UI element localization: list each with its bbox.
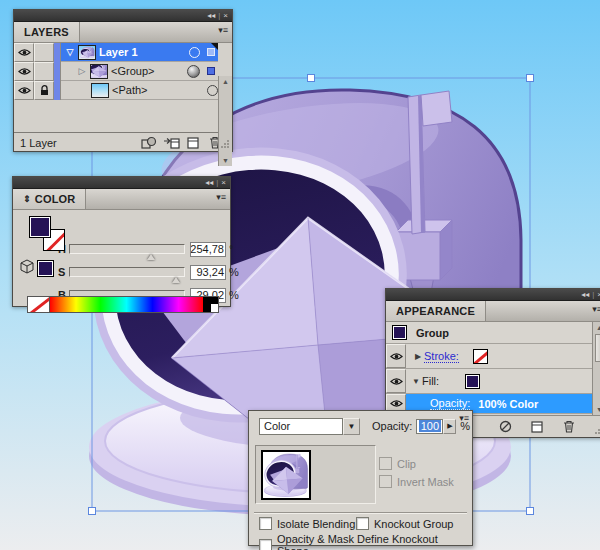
collapse-panel-icon[interactable]: ◂◂ (581, 290, 589, 299)
hue-value-input[interactable]: 254,78 (190, 242, 226, 257)
cycle-color-model-icon[interactable]: ⇕ (23, 194, 31, 204)
visibility-toggle[interactable] (14, 43, 34, 62)
knockout-group-checkbox[interactable] (356, 517, 369, 530)
disclosure-closed-icon[interactable]: ▶ (412, 352, 424, 361)
collapse-panel-icon[interactable]: ◂◂ (205, 178, 213, 187)
out-of-gamut-cube-icon[interactable] (20, 259, 34, 274)
lock-toggle[interactable] (34, 62, 54, 81)
scroll-down-icon[interactable]: ▼ (222, 157, 229, 164)
none-swatch[interactable] (28, 297, 50, 312)
panel-menu-icon[interactable]: ▾≡ (216, 193, 226, 202)
appearance-row-fill[interactable]: ▼ Fill: (386, 369, 600, 394)
disclosure-closed-icon[interactable]: ▷ (77, 66, 87, 76)
opacity-mask-checkbox[interactable] (259, 539, 272, 550)
selection-indicator[interactable] (207, 67, 215, 75)
delete-item-button[interactable] (558, 419, 580, 434)
scroll-down-icon[interactable]: ▼ (596, 406, 600, 413)
saturation-label: S (58, 266, 69, 278)
clip-label: Clip (397, 458, 416, 470)
knockout-group-label: Knockout Group (374, 518, 454, 530)
visibility-toggle[interactable] (14, 81, 34, 100)
layer-thumbnail (78, 45, 96, 60)
tab-layers[interactable]: LAYERS (14, 22, 80, 42)
fill-swatch[interactable] (29, 216, 51, 238)
selection-handle-n[interactable] (308, 75, 315, 82)
saturation-value-input[interactable]: 93,24 (190, 265, 226, 280)
saturation-slider[interactable] (69, 267, 185, 277)
object-thumbnail[interactable] (261, 450, 311, 500)
panel-menu-icon[interactable]: ▾≡ (218, 26, 228, 35)
make-clipping-mask-button[interactable] (138, 135, 160, 150)
black-white-swatch[interactable] (203, 297, 218, 312)
hue-slider-row: H 254,78 ° (58, 240, 233, 258)
slider-marker[interactable] (172, 277, 180, 283)
visibility-toggle[interactable] (386, 369, 406, 393)
lock-toggle[interactable] (34, 81, 54, 100)
spectrum-gradient[interactable] (50, 297, 203, 312)
eye-icon (18, 67, 31, 76)
in-gamut-swatch[interactable] (37, 260, 54, 277)
target-shaded-icon[interactable] (187, 65, 200, 78)
invert-mask-checkbox[interactable] (379, 475, 392, 488)
close-panel-icon[interactable]: × (221, 178, 226, 187)
appearance-row-stroke[interactable]: ▶ Stroke: (386, 344, 600, 369)
tab-color[interactable]: ⇕ COLOR (13, 189, 86, 209)
layer-color-bar (54, 81, 61, 100)
isolate-blending-checkbox[interactable] (259, 517, 272, 530)
panel-menu-icon[interactable]: ▾≡ (592, 305, 600, 314)
layer-name[interactable]: Layer 1 (99, 46, 138, 58)
scroll-up-icon[interactable]: ▲ (596, 324, 600, 331)
appearance-row-group[interactable]: Group (386, 322, 600, 344)
clip-checkbox-row: Clip (379, 457, 416, 470)
duplicate-item-button[interactable] (526, 419, 548, 434)
selection-handle-sw[interactable] (89, 508, 96, 515)
fill-label[interactable]: Fill: (422, 375, 439, 387)
layer-row-layer1[interactable]: ▽ Layer 1 (14, 43, 218, 62)
blend-mode-dropdown-icon[interactable]: ▼ (343, 418, 360, 435)
scrollbar-thumb[interactable] (595, 334, 600, 362)
layer-row-path[interactable]: <Path> (14, 81, 218, 100)
visibility-toggle[interactable] (14, 62, 34, 81)
disclosure-open-icon[interactable]: ▼ (410, 377, 422, 386)
fill-color-swatch[interactable] (465, 374, 480, 389)
lock-toggle[interactable] (34, 43, 54, 62)
layer-name[interactable]: <Group> (111, 65, 154, 77)
layers-scrollbar[interactable]: ▲ ▼ (218, 76, 232, 166)
selection-handle-se[interactable] (527, 508, 534, 515)
clear-appearance-button[interactable] (494, 419, 516, 434)
collapse-panel-icon[interactable]: ◂◂ (207, 11, 215, 20)
layers-list: ▽ Layer 1 ▷ (14, 43, 232, 133)
slider-marker[interactable] (147, 254, 155, 260)
stroke-none-swatch[interactable] (473, 349, 488, 364)
opacity-link[interactable]: Opacity: (430, 397, 470, 410)
layer-row-group[interactable]: ▷ <Group> (14, 62, 218, 81)
target-circle-icon[interactable] (207, 85, 218, 96)
transparency-controls: Color ▼ Opacity: 100 ▶ % ▾≡ (249, 411, 472, 441)
tab-appearance[interactable]: APPEARANCE (386, 301, 486, 321)
appearance-scrollbar[interactable]: ▲ ▼ (592, 322, 600, 415)
clip-checkbox[interactable] (379, 457, 392, 470)
opacity-value: 100% Color (478, 398, 538, 410)
scroll-up-icon[interactable]: ▲ (222, 78, 229, 85)
opacity-input[interactable]: 100 (416, 419, 443, 434)
layer-name[interactable]: <Path> (112, 84, 147, 96)
panel-menu-icon[interactable]: ▾≡ (459, 413, 469, 423)
layers-titlebar: ◂◂ | × (14, 10, 232, 22)
isolate-blending-label: Isolate Blending (277, 518, 355, 530)
selection-handle-ne[interactable] (527, 75, 534, 82)
target-circle-icon[interactable] (189, 47, 200, 58)
disclosure-open-icon[interactable]: ▽ (65, 47, 75, 57)
stroke-link[interactable]: Stroke: (424, 350, 459, 363)
resize-grip-icon[interactable] (594, 425, 600, 435)
blend-mode-select[interactable]: Color (259, 418, 343, 435)
new-layer-button[interactable] (182, 135, 204, 150)
appearance-tabrow: APPEARANCE ▾≡ (386, 301, 600, 322)
lock-icon (40, 85, 49, 96)
visibility-toggle[interactable] (386, 344, 406, 368)
opacity-spinner-icon[interactable]: ▶ (443, 419, 456, 434)
hue-slider[interactable] (69, 244, 185, 254)
new-sublayer-button[interactable] (160, 135, 182, 150)
close-panel-icon[interactable]: × (223, 11, 228, 20)
color-spectrum-ramp[interactable] (27, 296, 219, 313)
resize-grip-icon[interactable] (220, 139, 230, 149)
